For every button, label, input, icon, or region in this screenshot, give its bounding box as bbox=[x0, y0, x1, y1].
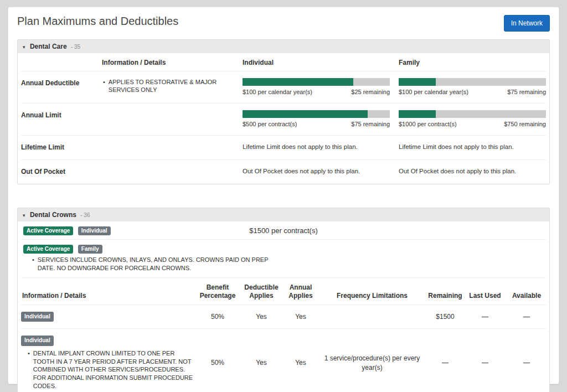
dental-care-header-row: Information / Details Individual Family bbox=[21, 53, 546, 71]
member-type-badge: Family bbox=[78, 245, 102, 254]
coverage-row-family: Active Coverage Family • SERVICES INCLUD… bbox=[21, 240, 546, 278]
dental-care-table: Information / Details Individual Family … bbox=[18, 53, 549, 184]
bullet-icon: • bbox=[28, 349, 30, 390]
dental-crowns-panel: ▾ Dental Crowns - 36 Active Coverage Ind… bbox=[17, 208, 550, 392]
remaining-label: $75 remaining bbox=[351, 121, 390, 127]
row-label: Out Of Pocket bbox=[21, 167, 86, 176]
column-header-deductible: Deductible Applies bbox=[241, 283, 281, 300]
row-details bbox=[95, 167, 234, 176]
individual-na-text: Out Of Pocket does not apply to this pla… bbox=[243, 167, 390, 176]
progress-bar-fill bbox=[243, 110, 368, 118]
active-coverage-badge: Active Coverage bbox=[23, 245, 73, 254]
bullet-icon: • bbox=[32, 256, 34, 272]
column-header-benefit: Benefit Percentage bbox=[197, 283, 238, 300]
table-row-lifetime-limit: Lifetime Limit Lifetime Limit does not a… bbox=[21, 135, 546, 159]
coverage-note: • SERVICES INCLUDE CROWNS, INLAYS, AND O… bbox=[32, 256, 544, 272]
info-cell: Individual • DENTAL IMPLANT CROWN LIMITE… bbox=[21, 336, 194, 390]
progress-bar bbox=[399, 78, 546, 86]
individual-progress-cell: $500 per contract(s) $75 remaining bbox=[243, 110, 390, 127]
family-na-text: Out Of Pocket does not apply to this pla… bbox=[399, 167, 546, 176]
section-number: - 36 bbox=[80, 212, 90, 218]
in-network-button[interactable]: In Network bbox=[504, 15, 550, 32]
row-details bbox=[95, 110, 234, 127]
table-row-annual-limit: Annual Limit $500 per contract(s) $75 re… bbox=[21, 103, 546, 135]
column-header-remaining: Remaining bbox=[427, 292, 463, 300]
last-used-cell: — bbox=[466, 312, 504, 321]
detail-text: APPLIES TO RESTORATIVE & MAJOR SERVICES … bbox=[109, 78, 219, 94]
coverage-badges: Active Coverage Individual bbox=[23, 225, 197, 235]
progress-bar-fill bbox=[243, 78, 353, 86]
remaining-cell: — bbox=[427, 358, 463, 367]
section-number: - 35 bbox=[71, 44, 80, 50]
collapse-caret-icon: ▾ bbox=[23, 213, 25, 218]
last-used-cell: — bbox=[466, 358, 504, 367]
amount-label: $500 per contract(s) bbox=[243, 121, 297, 127]
table-row-annual-deductible: Annual Deductible • APPLIES TO RESTORATI… bbox=[21, 71, 546, 103]
column-header-last-used: Last Used bbox=[466, 292, 504, 300]
remaining-label: $75 remaining bbox=[507, 89, 546, 95]
individual-na-text: Lifetime Limit does not apply to this pl… bbox=[243, 142, 390, 152]
member-type-badge: Individual bbox=[21, 336, 54, 346]
column-header-annual: Annual Applies bbox=[285, 283, 317, 300]
dental-care-panel: ▾ Dental Care - 35 Information / Details… bbox=[17, 39, 550, 184]
remaining-label: $750 remaining bbox=[504, 121, 546, 127]
amount-label: $1000 per contract(s) bbox=[399, 121, 457, 127]
crowns-header-row: Information / Details Benefit Percentage… bbox=[21, 278, 546, 305]
amount-label: $100 per calendar year(s) bbox=[243, 89, 312, 95]
row-label: Annual Limit bbox=[21, 110, 86, 127]
plan-benefits-card: Plan Maximums and Deductibles In Network… bbox=[8, 7, 559, 384]
progress-bar bbox=[399, 110, 546, 118]
column-header-info: Information / Details bbox=[21, 292, 194, 300]
dental-crowns-body: Active Coverage Individual $1500 per con… bbox=[18, 221, 549, 392]
dental-care-panel-header[interactable]: ▾ Dental Care - 35 bbox=[18, 40, 549, 53]
row-details: • APPLIES TO RESTORATIVE & MAJOR SERVICE… bbox=[95, 78, 234, 95]
column-header-details: Information / Details bbox=[95, 59, 234, 66]
family-progress-cell: $100 per calendar year(s) $75 remaining bbox=[399, 78, 546, 95]
annual-cell: Yes bbox=[285, 312, 317, 321]
benefit-cell: 50% bbox=[197, 312, 238, 321]
annual-cell: Yes bbox=[285, 358, 317, 367]
card-header: Plan Maximums and Deductibles In Network bbox=[17, 15, 550, 32]
coverage-badges: Active Coverage Family bbox=[23, 244, 544, 254]
crowns-table-row: Individual 50% Yes Yes $1500 — — bbox=[21, 305, 546, 329]
section-title: Dental Care bbox=[30, 43, 67, 50]
remaining-cell: $1500 bbox=[427, 312, 463, 321]
progress-bar bbox=[243, 110, 390, 118]
dental-crowns-panel-header[interactable]: ▾ Dental Crowns - 36 bbox=[18, 208, 549, 221]
active-coverage-badge: Active Coverage bbox=[23, 226, 73, 235]
frequency-cell: 1 service/procedure(s) per every year(s) bbox=[320, 354, 424, 372]
row-label: Lifetime Limit bbox=[21, 142, 86, 152]
coverage-amount: $1500 per contract(s) bbox=[197, 226, 370, 235]
available-cell: — bbox=[507, 358, 546, 367]
family-na-text: Lifetime Limit does not apply to this pl… bbox=[399, 142, 546, 152]
note-text: SERVICES INCLUDE CROWNS, INLAYS, AND ONL… bbox=[38, 256, 276, 272]
page-title: Plan Maximums and Deductibles bbox=[17, 15, 178, 28]
column-header-family: Family bbox=[399, 59, 546, 66]
member-type-badge: Individual bbox=[78, 226, 111, 235]
family-progress-cell: $1000 per contract(s) $750 remaining bbox=[399, 110, 546, 127]
coverage-row-individual: Active Coverage Individual $1500 per con… bbox=[21, 221, 546, 240]
remaining-label: $25 remaining bbox=[351, 89, 390, 95]
table-row-out-of-pocket: Out Of Pocket Out Of Pocket does not app… bbox=[21, 159, 546, 184]
progress-bar bbox=[243, 78, 390, 86]
individual-progress-cell: $100 per calendar year(s) $25 remaining bbox=[243, 78, 390, 95]
progress-bar-fill bbox=[399, 78, 436, 86]
row-details bbox=[95, 142, 234, 152]
available-cell: — bbox=[507, 312, 546, 321]
deductible-cell: Yes bbox=[241, 358, 281, 367]
note-text: DENTAL IMPLANT CROWN LIMITED TO ONE PER … bbox=[33, 349, 194, 390]
collapse-caret-icon: ▾ bbox=[23, 44, 25, 50]
column-header-available: Available bbox=[507, 292, 546, 300]
amount-label: $100 per calendar year(s) bbox=[399, 89, 468, 95]
info-cell: Individual bbox=[21, 312, 194, 322]
section-title: Dental Crowns bbox=[30, 211, 76, 219]
column-header-frequency: Frequency Limitations bbox=[320, 292, 424, 300]
benefit-cell: 50% bbox=[197, 358, 238, 367]
bullet-icon: • bbox=[103, 78, 105, 94]
row-label: Annual Deductible bbox=[21, 78, 86, 95]
column-header-individual: Individual bbox=[243, 59, 390, 66]
progress-bar-fill bbox=[399, 110, 436, 118]
deductible-cell: Yes bbox=[241, 312, 281, 321]
crowns-table-row: Individual • DENTAL IMPLANT CROWN LIMITE… bbox=[21, 328, 546, 392]
member-type-badge: Individual bbox=[21, 312, 54, 322]
